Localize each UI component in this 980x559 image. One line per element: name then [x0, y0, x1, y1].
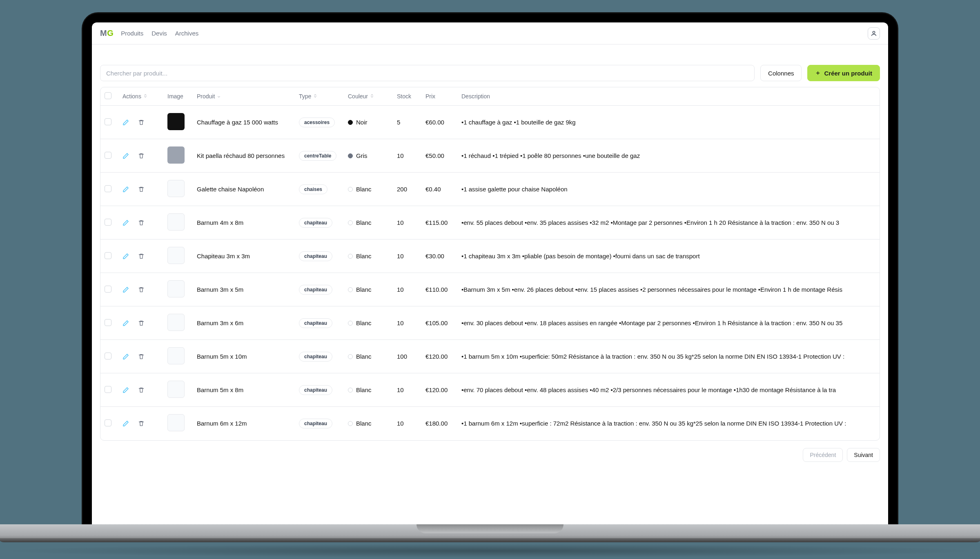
product-image [167, 414, 185, 431]
color-cell: Blanc [348, 286, 389, 293]
row-checkbox[interactable] [105, 419, 111, 426]
product-image [167, 314, 185, 331]
stock-value: 10 [393, 206, 421, 240]
columns-button[interactable]: Colonnes [760, 65, 802, 81]
prev-button[interactable]: Précédent [803, 448, 843, 462]
product-name: Galette chaise Napoléon [193, 173, 295, 206]
description-value: •env. 55 places debout •env. 35 places a… [457, 206, 880, 240]
col-description: Description [457, 87, 880, 106]
edit-icon[interactable] [122, 387, 129, 393]
trash-icon[interactable] [138, 119, 145, 126]
edit-icon[interactable] [122, 186, 129, 193]
price-value: €120.00 [421, 340, 457, 373]
edit-icon[interactable] [122, 253, 129, 260]
color-cell: Blanc [348, 253, 389, 260]
edit-icon[interactable] [122, 153, 129, 159]
row-checkbox[interactable] [105, 219, 111, 226]
search-input[interactable] [100, 65, 755, 81]
type-chip: chapiteau [299, 285, 332, 295]
row-checkbox[interactable] [105, 152, 111, 159]
type-chip: chaises [299, 184, 327, 194]
nav-link-archives[interactable]: Archives [175, 30, 199, 37]
color-swatch [348, 153, 353, 158]
stock-value: 200 [393, 173, 421, 206]
edit-icon[interactable] [122, 286, 129, 293]
col-color[interactable]: Couleur [344, 87, 393, 106]
plus-icon [815, 70, 821, 76]
app-surface: MG Produits Devis Archives Colonnes [92, 22, 888, 524]
logo[interactable]: MG [100, 29, 114, 38]
edit-icon[interactable] [122, 320, 129, 326]
col-actions[interactable]: Actions [118, 87, 163, 106]
sort-icon [313, 93, 318, 98]
price-value: €120.00 [421, 373, 457, 407]
color-name: Blanc [356, 286, 372, 293]
product-name: Barnum 5m x 10m [193, 340, 295, 373]
select-all-checkbox[interactable] [105, 92, 111, 99]
row-checkbox[interactable] [105, 353, 111, 359]
trash-icon[interactable] [138, 220, 145, 226]
logo-g: G [107, 29, 114, 38]
nav-link-produits[interactable]: Produits [121, 30, 143, 37]
row-checkbox[interactable] [105, 185, 111, 192]
row-checkbox[interactable] [105, 319, 111, 326]
color-cell: Blanc [348, 219, 389, 226]
product-name: Barnum 3m x 6m [193, 306, 295, 340]
color-swatch [348, 220, 353, 225]
svg-point-0 [873, 31, 875, 33]
laptop-frame: MG Produits Devis Archives Colonnes [82, 12, 898, 549]
edit-icon[interactable] [122, 420, 129, 427]
type-chip: chapiteau [299, 318, 332, 328]
trash-icon[interactable] [138, 420, 145, 427]
stock-value: 10 [393, 373, 421, 407]
trash-icon[interactable] [138, 286, 145, 293]
product-image [167, 180, 185, 197]
type-chip: chapiteau [299, 218, 332, 228]
color-name: Blanc [356, 420, 372, 427]
trash-icon[interactable] [138, 153, 145, 159]
trash-icon[interactable] [138, 387, 145, 393]
col-product[interactable]: Produit [193, 87, 295, 106]
nav-link-devis[interactable]: Devis [151, 30, 167, 37]
table-row: Chapiteau 3m x 3mchapiteauBlanc10€30.00•… [100, 240, 880, 273]
next-button[interactable]: Suivant [847, 448, 880, 462]
stock-value: 10 [393, 407, 421, 440]
color-cell: Blanc [348, 186, 389, 193]
description-value: •Barnum 3m x 5m •env. 26 places debout •… [457, 273, 880, 306]
col-image: Image [163, 87, 193, 106]
description-value: •1 réchaud •1 trépied •1 poêle 80 person… [457, 139, 880, 173]
row-checkbox[interactable] [105, 286, 111, 293]
table-row: Barnum 5m x 10mchapiteauBlanc100€120.00•… [100, 340, 880, 373]
create-product-button[interactable]: Créer un produit [807, 65, 880, 81]
edit-icon[interactable] [122, 353, 129, 360]
stock-value: 10 [393, 273, 421, 306]
row-checkbox[interactable] [105, 252, 111, 259]
description-value: •1 chauffage à gaz •1 bouteille de gaz 9… [457, 106, 880, 139]
trash-icon[interactable] [138, 353, 145, 360]
col-type[interactable]: Type [295, 87, 344, 106]
trash-icon[interactable] [138, 186, 145, 193]
price-value: €60.00 [421, 106, 457, 139]
logo-m: M [100, 29, 107, 38]
col-price[interactable]: Prix [421, 87, 457, 106]
pagination: Précédent Suivant [100, 448, 880, 462]
account-button[interactable] [868, 27, 880, 40]
columns-button-label: Colonnes [768, 70, 794, 77]
color-swatch [348, 254, 353, 259]
trash-icon[interactable] [138, 253, 145, 260]
edit-icon[interactable] [122, 220, 129, 226]
trash-icon[interactable] [138, 320, 145, 326]
row-checkbox[interactable] [105, 386, 111, 393]
product-image [167, 146, 185, 164]
color-swatch [348, 321, 353, 326]
type-chip: acessoires [299, 118, 335, 127]
table-row: Barnum 6m x 12mchapiteauBlanc10€180.00•1… [100, 407, 880, 440]
row-checkbox[interactable] [105, 118, 111, 125]
stock-value: 5 [393, 106, 421, 139]
price-value: €115.00 [421, 206, 457, 240]
table-row: Barnum 3m x 5mchapiteauBlanc10€110.00•Ba… [100, 273, 880, 306]
edit-icon[interactable] [122, 119, 129, 126]
description-value: •env. 30 places debout •env. 18 places a… [457, 306, 880, 340]
col-stock[interactable]: Stock [393, 87, 421, 106]
description-value: •1 barnum 5m x 10m •superficie: 50m2 Rés… [457, 340, 880, 373]
